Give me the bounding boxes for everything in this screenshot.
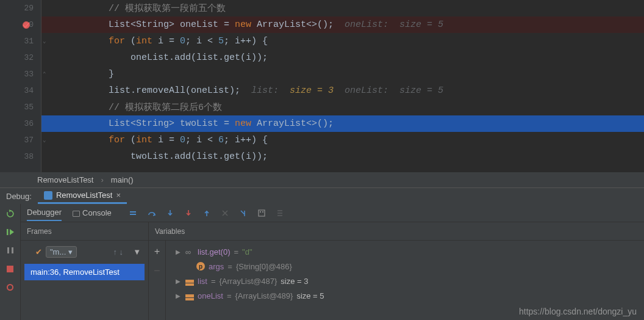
- line-number[interactable]: 35: [0, 99, 41, 115]
- variable-row[interactable]: ▶list = {ArrayList@487} size = 3: [171, 274, 644, 288]
- var-value: {String[0]@486}: [236, 262, 292, 271]
- variables-panel: Variables + − ▶∞list.get(0) = "d"pargs =…: [149, 222, 644, 320]
- code-line[interactable]: List<String> twoList = new ArrayList<>()…: [41, 115, 644, 132]
- code-line[interactable]: List<String> oneList = new ArrayList<>()…: [41, 16, 644, 33]
- trace-icon[interactable]: [275, 208, 285, 218]
- svg-rect-7: [262, 211, 263, 213]
- debug-body: Debugger Console Frames ✔ "m...▾ ↑: [0, 204, 644, 320]
- breadcrumb[interactable]: RemoveListTest › main(): [0, 172, 644, 187]
- var-name: args: [209, 262, 224, 271]
- svg-rect-4: [130, 214, 136, 215]
- variable-row[interactable]: ▶oneList = {ArrayList@489} size = 5: [171, 288, 644, 303]
- var-value: {ArrayList@487}: [219, 277, 277, 286]
- debugger-tab[interactable]: Debugger: [27, 205, 62, 221]
- line-number[interactable]: 37: [0, 132, 41, 148]
- line-number[interactable]: 33: [0, 66, 41, 82]
- line-number[interactable]: 29: [0, 0, 41, 16]
- svg-rect-5: [259, 210, 265, 216]
- var-name: list.get(0): [198, 247, 230, 256]
- code-line[interactable]: for (int i = 0; i < 5; i++) {: [41, 33, 644, 49]
- evaluate-icon[interactable]: [257, 208, 267, 218]
- field-icon: [185, 280, 194, 283]
- svg-rect-0: [7, 229, 9, 235]
- svg-rect-3: [130, 211, 136, 213]
- line-number[interactable]: 30: [0, 16, 41, 33]
- debug-run-tab[interactable]: RemoveListTest ×: [38, 188, 127, 204]
- show-exec-point-icon[interactable]: [129, 208, 138, 218]
- step-over-icon[interactable]: [147, 208, 157, 218]
- remove-watch-icon[interactable]: −: [154, 265, 160, 277]
- variable-row[interactable]: pargs = {String[0]@486}: [171, 259, 644, 274]
- variables-list[interactable]: ▶∞list.get(0) = "d"pargs = {String[0]@48…: [149, 241, 644, 303]
- rerun-icon[interactable]: [5, 209, 15, 219]
- frame-nav[interactable]: ↑ ↓: [113, 247, 124, 256]
- expand-arrow-icon[interactable]: ▶: [176, 293, 182, 299]
- line-number[interactable]: 34: [0, 82, 41, 99]
- pause-icon[interactable]: [5, 245, 15, 255]
- line-number[interactable]: 36: [0, 115, 41, 132]
- debug-left-rail: [0, 204, 21, 320]
- force-step-into-icon[interactable]: [184, 208, 193, 218]
- debug-toolwindow-tabs: Debug: RemoveListTest ×: [0, 187, 644, 204]
- var-value: {ArrayList@489}: [235, 291, 293, 300]
- line-number[interactable]: 31: [0, 33, 41, 49]
- expand-arrow-icon[interactable]: ▶: [176, 249, 182, 255]
- svg-rect-11: [185, 298, 194, 300]
- breadcrumb-method[interactable]: main(): [107, 175, 137, 184]
- step-into-icon[interactable]: [165, 208, 175, 218]
- frames-header: Frames: [21, 222, 148, 241]
- expand-arrow-icon[interactable]: ▶: [176, 278, 182, 285]
- app-icon: [44, 191, 52, 200]
- code-line[interactable]: twoList.add(list.get(i));: [41, 148, 644, 165]
- debug-panel-tabs: Debugger Console: [21, 204, 644, 222]
- thread-selector[interactable]: ✔ "m...▾ ↑ ↓ ▼: [32, 243, 145, 260]
- thread-dropdown[interactable]: "m...▾: [46, 246, 77, 258]
- code-line[interactable]: for (int i = 0; i < 6; i++) {: [41, 132, 644, 148]
- watermark: https://blog.csdn.net/dongzi_yu: [519, 307, 637, 316]
- code-line[interactable]: // 模拟获取第二段后6个数: [41, 99, 644, 115]
- stack-frame[interactable]: main:36, RemoveListTest: [24, 264, 145, 280]
- code-editor[interactable]: 29303132333435363738 ⌄⌃⌄ // 模拟获取第一段前五个数L…: [0, 0, 644, 172]
- console-icon: [73, 211, 80, 217]
- code-line[interactable]: oneList.add(list.get(i));: [41, 49, 644, 66]
- code-line[interactable]: // 模拟获取第一段前五个数: [41, 0, 644, 16]
- var-value: "d": [242, 247, 252, 256]
- code-line[interactable]: }: [41, 66, 644, 82]
- code-line[interactable]: list.removeAll(oneList); list: size = 3 …: [41, 82, 644, 99]
- svg-rect-2: [12, 247, 13, 253]
- line-number[interactable]: 38: [0, 148, 41, 165]
- resume-icon[interactable]: [5, 227, 15, 237]
- run-to-cursor-icon[interactable]: [238, 208, 248, 218]
- var-name: list: [198, 277, 207, 286]
- debug-center: Debugger Console Frames ✔ "m...▾ ↑: [21, 204, 644, 320]
- code-area[interactable]: // 模拟获取第一段前五个数List<String> oneList = new…: [41, 0, 644, 172]
- line-number[interactable]: 32: [0, 49, 41, 66]
- drop-frame-icon[interactable]: [220, 208, 230, 218]
- breadcrumb-class[interactable]: RemoveListTest: [34, 175, 97, 184]
- debug-panels: Frames ✔ "m...▾ ↑ ↓ ▼ main:36, RemoveLis…: [21, 222, 644, 320]
- svg-rect-6: [260, 211, 261, 213]
- debug-label: Debug:: [0, 192, 38, 201]
- mute-breakpoints-icon[interactable]: [5, 282, 15, 292]
- param-icon: p: [196, 262, 205, 271]
- breadcrumb-sep: ›: [97, 175, 107, 184]
- vars-tool-column: + −: [149, 241, 166, 320]
- var-name: oneList: [198, 291, 223, 300]
- close-icon[interactable]: ×: [116, 191, 121, 200]
- svg-rect-10: [185, 294, 194, 297]
- debug-tab-label: RemoveListTest: [56, 191, 112, 200]
- variable-row[interactable]: ▶∞list.get(0) = "d": [171, 244, 644, 259]
- console-tab[interactable]: Console: [73, 205, 112, 220]
- svg-rect-1: [7, 247, 9, 253]
- chevron-down-icon: ▾: [68, 247, 73, 256]
- step-out-icon[interactable]: [202, 208, 212, 218]
- breakpoint-icon[interactable]: [22, 21, 30, 29]
- check-icon: ✔: [35, 247, 42, 256]
- variables-header: Variables: [149, 222, 644, 241]
- field-icon: [185, 294, 194, 297]
- filter-icon[interactable]: ▼: [133, 247, 141, 256]
- stop-icon[interactable]: [5, 264, 15, 274]
- svg-rect-8: [185, 280, 194, 282]
- watch-icon: ∞: [185, 247, 194, 256]
- add-watch-icon[interactable]: +: [154, 247, 160, 258]
